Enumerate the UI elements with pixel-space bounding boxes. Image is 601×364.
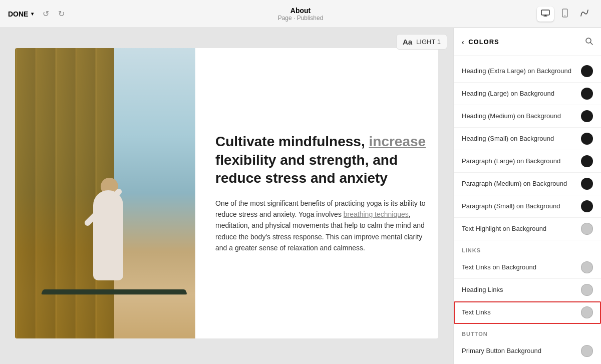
toolbar: DONE ▾ ↺ ↻ About Page · Published [0, 0, 601, 28]
color-dot-para-md[interactable] [581, 178, 593, 190]
theme-bar[interactable]: Aa LIGHT 1 [396, 34, 447, 50]
color-label-text-highlight: Text Highlight on Background [462, 225, 581, 233]
color-label-text-links: Text Links [462, 308, 581, 317]
heading-link: increase [369, 134, 426, 149]
back-button[interactable]: ‹ COLORS [462, 38, 499, 46]
color-label-primary-btn-bg: Primary Button Background [462, 347, 581, 355]
links-section-label: LINKS [454, 240, 601, 256]
color-dot-heading-xl[interactable] [581, 65, 593, 77]
color-label-heading-sm: Heading (Small) on Background [462, 135, 581, 143]
svg-point-4 [564, 15, 565, 16]
color-row-heading-lg[interactable]: Heading (Large) on Background [454, 83, 601, 105]
done-label: DONE [8, 10, 28, 18]
color-dot-text-links[interactable] [581, 306, 593, 318]
panel-body: Heading (Extra Large) on Background Head… [454, 56, 601, 364]
color-dot-para-lg[interactable] [581, 155, 593, 167]
color-row-heading-md[interactable]: Heading (Medium) on Background [454, 105, 601, 128]
desktop-view-button[interactable] [537, 7, 554, 22]
back-chevron-icon: ‹ [462, 38, 464, 46]
toolbar-right [537, 6, 593, 23]
color-dot-heading-links[interactable] [581, 284, 593, 296]
inline-link[interactable]: breathing techniques [344, 210, 409, 218]
color-row-text-highlight[interactable]: Text Highlight on Background [454, 218, 601, 240]
page-paragraph: One of the most significant benefits of … [215, 198, 428, 254]
color-label-para-md: Paragraph (Medium) on Background [462, 180, 581, 188]
color-row-text-links-bg[interactable]: Text Links on Background [454, 256, 601, 279]
theme-label: LIGHT 1 [416, 38, 441, 46]
search-button[interactable] [585, 37, 593, 47]
style-view-button[interactable] [576, 6, 593, 22]
color-row-primary-btn-bg[interactable]: Primary Button Background [454, 340, 601, 362]
color-dot-primary-btn-bg[interactable] [581, 345, 593, 357]
color-label-heading-lg: Heading (Large) on Background [462, 90, 581, 98]
undo-button[interactable]: ↺ [40, 7, 52, 21]
color-dot-text-links-bg[interactable] [581, 261, 593, 273]
color-label-heading-links: Heading Links [462, 286, 581, 294]
page-text: Cultivate mindfulness, increase flexibil… [210, 118, 438, 268]
redo-button[interactable]: ↻ [55, 7, 68, 21]
heading-start: Cultivate mindfulness, [215, 134, 369, 149]
color-dot-heading-sm[interactable] [581, 133, 593, 145]
toolbar-center: About Page · Published [278, 7, 324, 22]
main-area: Aa LIGHT 1 [0, 28, 601, 364]
color-dot-heading-md[interactable] [581, 110, 593, 122]
color-row-para-md[interactable]: Paragraph (Medium) on Background [454, 173, 601, 195]
font-icon: Aa [403, 38, 412, 46]
canvas: Aa LIGHT 1 [0, 28, 453, 364]
color-label-heading-xl: Heading (Extra Large) on Background [462, 67, 581, 76]
color-label-para-sm: Paragraph (Small) on Background [462, 202, 581, 211]
page-status: Page · Published [278, 15, 324, 22]
toolbar-nav: ↺ ↻ [40, 7, 68, 21]
color-dot-heading-lg[interactable] [581, 88, 593, 100]
mobile-view-button[interactable] [558, 6, 572, 23]
page-image [15, 48, 195, 338]
color-label-heading-md: Heading (Medium) on Background [462, 112, 581, 121]
button-section-label: BUTTON [454, 324, 601, 340]
color-row-heading-links[interactable]: Heading Links [454, 279, 601, 301]
done-chevron-icon: ▾ [31, 11, 34, 17]
color-label-text-links-bg: Text Links on Background [462, 263, 581, 272]
color-row-para-sm[interactable]: Paragraph (Small) on Background [454, 195, 601, 218]
color-row-para-lg[interactable]: Paragraph (Large) on Background [454, 150, 601, 173]
page-content: Cultivate mindfulness, increase flexibil… [15, 48, 438, 338]
toolbar-left: DONE ▾ ↺ ↻ [8, 7, 68, 21]
page-name: About [278, 7, 324, 15]
right-panel: ‹ COLORS Heading (Extra Large) on Backgr… [453, 28, 601, 364]
color-dot-text-highlight[interactable] [581, 223, 593, 235]
page-heading: Cultivate mindfulness, increase flexibil… [215, 133, 428, 187]
color-row-heading-xl[interactable]: Heading (Extra Large) on Background [454, 60, 601, 83]
panel-header: ‹ COLORS [454, 28, 601, 56]
yoga-figure [78, 140, 138, 280]
svg-line-6 [590, 43, 592, 45]
color-row-text-links[interactable]: Text Links [454, 301, 601, 324]
heading-end: flexibility and strength, and reduce str… [215, 152, 398, 186]
done-button[interactable]: DONE ▾ [8, 10, 34, 18]
yoga-scene-image [15, 48, 195, 338]
svg-rect-0 [541, 10, 549, 15]
color-label-para-lg: Paragraph (Large) on Background [462, 157, 581, 166]
color-dot-para-sm[interactable] [581, 200, 593, 212]
panel-title: COLORS [468, 38, 499, 46]
color-row-heading-sm[interactable]: Heading (Small) on Background [454, 128, 601, 150]
